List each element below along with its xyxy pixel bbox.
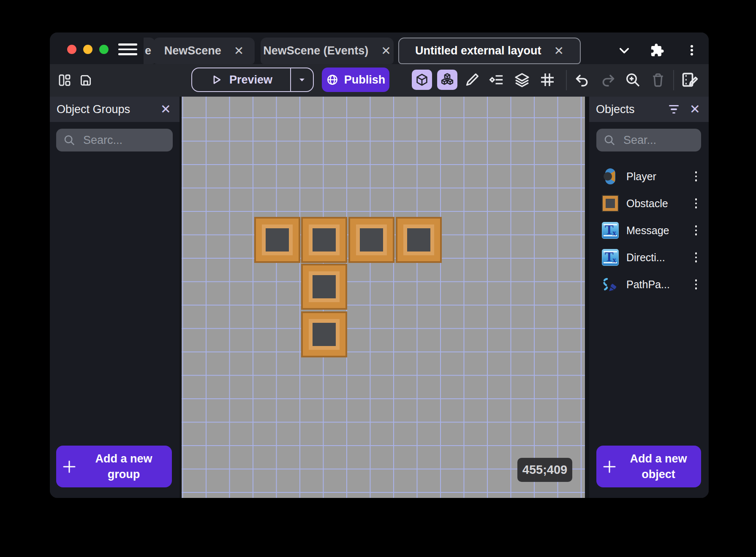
- edit-pencil-button[interactable]: [464, 71, 481, 88]
- player-sprite-icon: [602, 168, 619, 185]
- play-icon: [210, 73, 223, 86]
- object-label: PathPa...: [626, 278, 670, 291]
- objects-search[interactable]: [596, 129, 701, 151]
- toolbar: Preview Publish: [50, 64, 709, 97]
- window-menu-dots-icon[interactable]: [684, 43, 699, 58]
- object-row[interactable]: PathPa...: [589, 271, 709, 298]
- tab-close-icon[interactable]: ✕: [381, 45, 391, 57]
- object-menu-dots-icon[interactable]: [695, 252, 697, 262]
- filter-icon[interactable]: [669, 105, 679, 114]
- zoom-in-icon: [624, 71, 641, 88]
- add-group-button[interactable]: Add a new group: [56, 446, 172, 487]
- text-object-icon: Tx: [602, 249, 619, 266]
- object-label: Message: [626, 224, 669, 237]
- search-input[interactable]: [82, 133, 166, 147]
- object-groups-panel: Object Groups ✕ Add a new group: [50, 97, 179, 498]
- toolbar-divider: [673, 70, 674, 90]
- save-button[interactable]: [79, 73, 93, 87]
- trash-icon: [650, 71, 666, 88]
- cubes-icon: [440, 72, 455, 87]
- scene-properties-button[interactable]: [681, 70, 699, 89]
- redo-button[interactable]: [600, 71, 617, 88]
- tab-bar: e NewScene ✕ NewScene (Events) ✕ Untitle…: [50, 32, 709, 64]
- objects-header: Objects ✕: [589, 97, 709, 122]
- object-label: Player: [626, 170, 656, 183]
- extensions-puzzle-icon[interactable]: [650, 43, 665, 58]
- search-icon: [603, 134, 616, 146]
- object-groups-header: Object Groups ✕: [50, 97, 179, 122]
- object-row[interactable]: Obstacle: [589, 190, 709, 217]
- object-groups-title: Object Groups: [57, 103, 130, 116]
- tab-close-icon[interactable]: ✕: [234, 45, 244, 57]
- close-icon[interactable]: ✕: [690, 103, 700, 116]
- instances-list-icon: [488, 71, 505, 88]
- scene-canvas[interactable]: 455;409: [182, 97, 585, 498]
- zoom-window-button[interactable]: [99, 45, 109, 54]
- undo-icon: [574, 71, 590, 88]
- cursor-coordinates-badge: 455;409: [517, 458, 572, 482]
- add-object-label: Add a new object: [623, 451, 701, 482]
- add-object-button[interactable]: Add a new object: [596, 446, 701, 487]
- zoom-in-button[interactable]: [624, 71, 641, 88]
- minimize-window-button[interactable]: [83, 45, 92, 54]
- obstacle-instance[interactable]: [301, 264, 347, 310]
- path-painter-icon: [602, 276, 619, 293]
- cube-icon: [415, 73, 429, 87]
- objects-panel: Objects ✕ PlayerObstacleTxMessageTxDirec…: [589, 97, 709, 498]
- object-groups-search[interactable]: [56, 129, 173, 151]
- tab-label: e: [145, 44, 151, 57]
- delete-button[interactable]: [650, 71, 666, 88]
- object-menu-dots-icon[interactable]: [695, 225, 697, 235]
- object-label: Directi...: [626, 251, 665, 264]
- redo-icon: [600, 71, 617, 88]
- undo-button[interactable]: [574, 71, 590, 88]
- plus-icon: [56, 459, 82, 474]
- tab-close-icon[interactable]: ✕: [554, 45, 564, 57]
- preview-label: Preview: [229, 73, 272, 87]
- instances-list-button[interactable]: [488, 71, 505, 88]
- object-row[interactable]: TxMessage: [589, 217, 709, 244]
- object-menu-dots-icon[interactable]: [695, 171, 697, 181]
- main-menu-hamburger-icon[interactable]: [118, 43, 137, 55]
- objects-title: Objects: [596, 103, 635, 116]
- preview-button-main[interactable]: Preview: [192, 68, 291, 91]
- obstacle-sprite-icon: [602, 195, 619, 212]
- text-object-icon: Tx: [602, 222, 619, 239]
- edit-scene-icon: [681, 70, 699, 89]
- tab-overflow-chevron-icon[interactable]: [617, 43, 632, 58]
- obstacle-instance[interactable]: [348, 217, 394, 263]
- publish-label: Publish: [344, 73, 386, 87]
- obstacle-instance[interactable]: [301, 311, 347, 357]
- scene-edit-3d-button[interactable]: [412, 70, 432, 90]
- publish-button[interactable]: Publish: [322, 68, 389, 92]
- close-window-button[interactable]: [67, 45, 76, 54]
- tab-untitled-external-layout[interactable]: Untitled external layout ✕: [398, 38, 581, 64]
- object-menu-dots-icon[interactable]: [695, 279, 697, 289]
- tab-label: NewScene: [164, 44, 221, 57]
- object-row[interactable]: TxDirecti...: [589, 244, 709, 271]
- layers-icon: [514, 71, 530, 88]
- layers-button[interactable]: [514, 71, 530, 88]
- caret-down-icon: [296, 74, 307, 85]
- tab-newscene-events[interactable]: NewScene (Events) ✕: [261, 38, 394, 64]
- objects-stack-button[interactable]: [437, 70, 457, 90]
- search-input[interactable]: [623, 133, 694, 147]
- object-row[interactable]: Player: [589, 163, 709, 190]
- close-icon[interactable]: ✕: [160, 103, 171, 116]
- tab-label: NewScene (Events): [263, 44, 368, 57]
- object-menu-dots-icon[interactable]: [695, 198, 697, 208]
- tab-label: Untitled external layout: [415, 44, 541, 57]
- pencil-icon: [464, 71, 481, 88]
- grid-button[interactable]: [539, 71, 556, 88]
- obstacle-instance[interactable]: [254, 217, 300, 263]
- obstacle-instance[interactable]: [301, 217, 347, 263]
- obstacle-instance[interactable]: [396, 217, 442, 263]
- project-manager-button[interactable]: [57, 73, 72, 87]
- gdevelop-window: e NewScene ✕ NewScene (Events) ✕ Untitle…: [50, 32, 709, 498]
- preview-dropdown-button[interactable]: [291, 68, 313, 91]
- grid-icon: [539, 71, 556, 88]
- preview-button[interactable]: Preview: [191, 68, 314, 92]
- tab-newscene[interactable]: NewScene ✕: [153, 38, 255, 64]
- object-label: Obstacle: [626, 197, 668, 210]
- add-group-label: Add a new group: [82, 451, 172, 482]
